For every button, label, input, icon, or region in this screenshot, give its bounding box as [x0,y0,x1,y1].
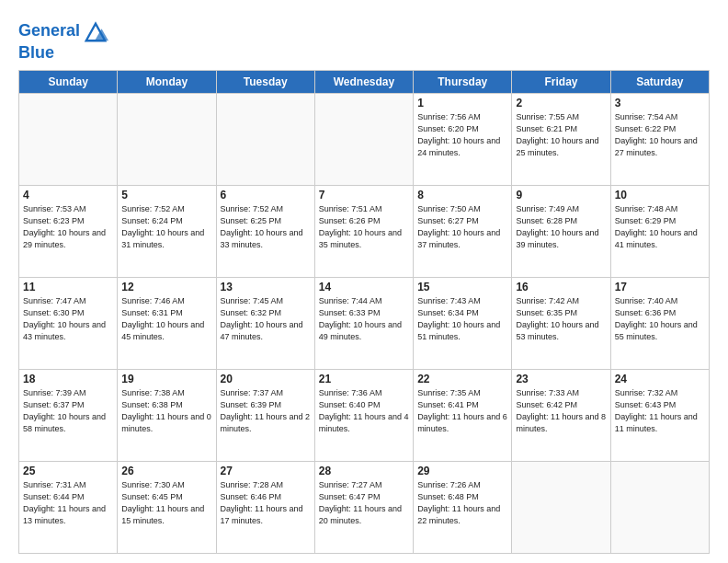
calendar-cell: 10Sunrise: 7:48 AM Sunset: 6:29 PM Dayli… [610,185,709,277]
logo-icon [83,18,108,44]
calendar-cell: 29Sunrise: 7:26 AM Sunset: 6:48 PM Dayli… [414,461,512,553]
calendar-cell: 17Sunrise: 7:40 AM Sunset: 6:36 PM Dayli… [610,277,709,369]
day-number: 11 [23,281,113,293]
day-number: 21 [319,373,409,385]
cell-info: Sunrise: 7:54 AM Sunset: 6:22 PM Dayligh… [615,111,705,159]
cell-info: Sunrise: 7:44 AM Sunset: 6:33 PM Dayligh… [319,295,409,343]
cell-info: Sunrise: 7:26 AM Sunset: 6:48 PM Dayligh… [417,479,507,527]
day-number: 15 [417,281,507,293]
calendar-cell: 3Sunrise: 7:54 AM Sunset: 6:22 PM Daylig… [610,93,709,185]
calendar-cell: 18Sunrise: 7:39 AM Sunset: 6:37 PM Dayli… [19,369,118,461]
week-row-1: 4Sunrise: 7:53 AM Sunset: 6:23 PM Daylig… [19,185,710,277]
day-number: 6 [221,189,311,201]
calendar-cell: 13Sunrise: 7:45 AM Sunset: 6:32 PM Dayli… [216,277,314,369]
cell-info: Sunrise: 7:32 AM Sunset: 6:43 PM Dayligh… [615,387,705,435]
calendar-cell [610,461,709,553]
day-number: 24 [615,373,705,385]
calendar-header-row: SundayMondayTuesdayWednesdayThursdayFrid… [19,70,710,93]
cell-info: Sunrise: 7:50 AM Sunset: 6:27 PM Dayligh… [417,203,507,251]
day-number: 26 [121,465,211,477]
day-number: 27 [221,465,311,477]
day-header-saturday: Saturday [610,70,709,93]
day-number: 5 [121,189,211,201]
calendar-cell: 15Sunrise: 7:43 AM Sunset: 6:34 PM Dayli… [414,277,512,369]
calendar-cell: 2Sunrise: 7:55 AM Sunset: 6:21 PM Daylig… [512,93,610,185]
cell-info: Sunrise: 7:52 AM Sunset: 6:24 PM Dayligh… [121,203,211,251]
logo-text: General [18,22,80,40]
calendar-cell: 25Sunrise: 7:31 AM Sunset: 6:44 PM Dayli… [19,461,118,553]
cell-info: Sunrise: 7:35 AM Sunset: 6:41 PM Dayligh… [417,387,507,435]
day-number: 9 [516,189,606,201]
calendar-cell: 4Sunrise: 7:53 AM Sunset: 6:23 PM Daylig… [19,185,118,277]
cell-info: Sunrise: 7:40 AM Sunset: 6:36 PM Dayligh… [615,295,705,343]
day-number: 14 [319,281,409,293]
cell-info: Sunrise: 7:36 AM Sunset: 6:40 PM Dayligh… [319,387,409,435]
day-number: 18 [23,373,113,385]
cell-info: Sunrise: 7:38 AM Sunset: 6:38 PM Dayligh… [121,387,211,435]
cell-info: Sunrise: 7:28 AM Sunset: 6:46 PM Dayligh… [221,479,311,527]
calendar-cell: 27Sunrise: 7:28 AM Sunset: 6:46 PM Dayli… [216,461,314,553]
cell-info: Sunrise: 7:27 AM Sunset: 6:47 PM Dayligh… [319,479,409,527]
week-row-4: 25Sunrise: 7:31 AM Sunset: 6:44 PM Dayli… [19,461,710,553]
day-number: 10 [615,189,705,201]
cell-info: Sunrise: 7:46 AM Sunset: 6:31 PM Dayligh… [121,295,211,343]
week-row-2: 11Sunrise: 7:47 AM Sunset: 6:30 PM Dayli… [19,277,710,369]
day-number: 29 [417,465,507,477]
calendar-cell: 19Sunrise: 7:38 AM Sunset: 6:38 PM Dayli… [118,369,216,461]
calendar-cell [19,93,118,185]
day-number: 22 [417,373,507,385]
calendar-cell: 12Sunrise: 7:46 AM Sunset: 6:31 PM Dayli… [118,277,216,369]
cell-info: Sunrise: 7:55 AM Sunset: 6:21 PM Dayligh… [516,111,606,159]
cell-info: Sunrise: 7:48 AM Sunset: 6:29 PM Dayligh… [615,203,705,251]
day-number: 8 [417,189,507,201]
day-number: 16 [516,281,606,293]
day-number: 25 [23,465,113,477]
calendar-cell [216,93,314,185]
calendar-table: SundayMondayTuesdayWednesdayThursdayFrid… [18,70,710,554]
cell-info: Sunrise: 7:53 AM Sunset: 6:23 PM Dayligh… [23,203,113,251]
calendar-cell: 1Sunrise: 7:56 AM Sunset: 6:20 PM Daylig… [414,93,512,185]
day-number: 23 [516,373,606,385]
day-number: 3 [615,97,705,109]
cell-info: Sunrise: 7:45 AM Sunset: 6:32 PM Dayligh… [221,295,311,343]
calendar-cell: 8Sunrise: 7:50 AM Sunset: 6:27 PM Daylig… [414,185,512,277]
day-number: 1 [417,97,507,109]
day-header-thursday: Thursday [414,70,512,93]
cell-info: Sunrise: 7:52 AM Sunset: 6:25 PM Dayligh… [221,203,311,251]
cell-info: Sunrise: 7:49 AM Sunset: 6:28 PM Dayligh… [516,203,606,251]
page: General Blue SundayMondayTuesdayWednesda… [0,0,728,563]
day-header-tuesday: Tuesday [216,70,314,93]
calendar-cell: 5Sunrise: 7:52 AM Sunset: 6:24 PM Daylig… [118,185,216,277]
week-row-0: 1Sunrise: 7:56 AM Sunset: 6:20 PM Daylig… [19,93,710,185]
calendar-cell: 16Sunrise: 7:42 AM Sunset: 6:35 PM Dayli… [512,277,610,369]
calendar-cell: 14Sunrise: 7:44 AM Sunset: 6:33 PM Dayli… [314,277,413,369]
day-number: 12 [121,281,211,293]
calendar-cell: 7Sunrise: 7:51 AM Sunset: 6:26 PM Daylig… [314,185,413,277]
day-header-monday: Monday [118,70,216,93]
cell-info: Sunrise: 7:43 AM Sunset: 6:34 PM Dayligh… [417,295,507,343]
day-number: 19 [121,373,211,385]
calendar-cell: 28Sunrise: 7:27 AM Sunset: 6:47 PM Dayli… [314,461,413,553]
cell-info: Sunrise: 7:47 AM Sunset: 6:30 PM Dayligh… [23,295,113,343]
calendar-cell: 24Sunrise: 7:32 AM Sunset: 6:43 PM Dayli… [610,369,709,461]
logo: General Blue [18,18,108,63]
calendar-cell: 6Sunrise: 7:52 AM Sunset: 6:25 PM Daylig… [216,185,314,277]
calendar-cell: 11Sunrise: 7:47 AM Sunset: 6:30 PM Dayli… [19,277,118,369]
day-number: 4 [23,189,113,201]
calendar-cell: 22Sunrise: 7:35 AM Sunset: 6:41 PM Dayli… [414,369,512,461]
day-header-friday: Friday [512,70,610,93]
day-header-wednesday: Wednesday [314,70,413,93]
day-number: 28 [319,465,409,477]
cell-info: Sunrise: 7:37 AM Sunset: 6:39 PM Dayligh… [221,387,311,435]
cell-info: Sunrise: 7:33 AM Sunset: 6:42 PM Dayligh… [516,387,606,435]
day-number: 17 [615,281,705,293]
svg-marker-1 [95,29,108,40]
day-number: 20 [221,373,311,385]
calendar-cell [512,461,610,553]
cell-info: Sunrise: 7:31 AM Sunset: 6:44 PM Dayligh… [23,479,113,527]
day-number: 2 [516,97,606,109]
calendar-cell: 21Sunrise: 7:36 AM Sunset: 6:40 PM Dayli… [314,369,413,461]
calendar-cell: 23Sunrise: 7:33 AM Sunset: 6:42 PM Dayli… [512,369,610,461]
calendar-cell [118,93,216,185]
cell-info: Sunrise: 7:39 AM Sunset: 6:37 PM Dayligh… [23,387,113,435]
